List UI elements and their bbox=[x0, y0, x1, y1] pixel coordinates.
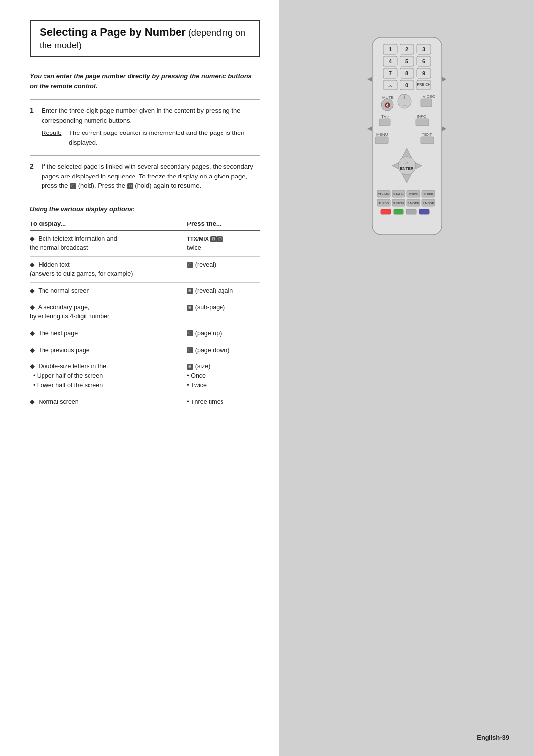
svg-marker-25 bbox=[367, 77, 372, 82]
step-1-result: Result: The current page counter is incr… bbox=[42, 128, 260, 147]
svg-text:🔇: 🔇 bbox=[384, 102, 391, 108]
table-cell-press: ⊟ (page up) bbox=[177, 325, 260, 342]
svg-text:+: + bbox=[402, 94, 406, 101]
diamond-icon: ◆ bbox=[30, 399, 35, 405]
svg-text:S.MODE: S.MODE bbox=[407, 202, 419, 205]
ttx-icon-2: ⊡ bbox=[217, 236, 223, 242]
svg-text:↩: ↩ bbox=[405, 161, 408, 165]
table-cell-display: ◆ Both teletext information andthe norma… bbox=[30, 230, 177, 257]
table-row: ◆ Normal screen • Three times bbox=[30, 394, 260, 410]
reveal-again-icon: ⊟ bbox=[187, 288, 193, 294]
right-panel: 1 2 3 4 5 6 7 8 9 -/ bbox=[279, 0, 534, 756]
table-cell-display: ◆ Normal screen bbox=[30, 394, 177, 410]
svg-rect-68 bbox=[381, 209, 391, 214]
reveal-icon: ⊟ bbox=[187, 262, 193, 268]
svg-text:PRE-CH: PRE-CH bbox=[417, 83, 430, 86]
col-header-display: To display... bbox=[30, 218, 177, 230]
svg-text:-/-: -/- bbox=[388, 84, 392, 88]
svg-rect-38 bbox=[379, 119, 390, 126]
svg-text:7: 7 bbox=[388, 70, 391, 76]
svg-rect-42 bbox=[375, 137, 388, 144]
pagedown-icon: ⊟ bbox=[187, 347, 193, 353]
svg-marker-28 bbox=[442, 126, 446, 131]
svg-rect-40 bbox=[416, 119, 429, 126]
step-2-number: 2 bbox=[30, 162, 42, 191]
table-row: ◆ The normal screen ⊟ (reveal) again bbox=[30, 282, 260, 299]
table-cell-display: ◆ Double-size letters in the: • Upper ha… bbox=[30, 358, 177, 394]
svg-marker-27 bbox=[367, 126, 372, 131]
display-options-title: Using the various display options: bbox=[30, 205, 260, 213]
svg-text:P.MODE: P.MODE bbox=[422, 202, 434, 205]
col-header-press: Press the... bbox=[177, 218, 260, 230]
svg-text:1: 1 bbox=[388, 46, 391, 52]
svg-text:9: 9 bbox=[422, 70, 425, 76]
svg-text:MENU: MENU bbox=[376, 133, 388, 137]
svg-rect-44 bbox=[421, 137, 434, 144]
table-cell-press: TTX/MIX ⊟⊡twice bbox=[177, 230, 260, 257]
table-cell-press: ⊟ (reveal) again bbox=[177, 282, 260, 299]
diamond-icon: ◆ bbox=[30, 261, 35, 268]
table-row: ◆ The previous page ⊟ (page down) bbox=[30, 342, 260, 358]
svg-text:6: 6 bbox=[422, 58, 425, 64]
svg-text:TURBO: TURBO bbox=[378, 202, 389, 205]
svg-rect-36 bbox=[421, 99, 432, 107]
table-cell-press: ⊟ (size) • Once • Twice bbox=[177, 358, 260, 394]
remote-svg: 1 2 3 4 5 6 7 8 9 -/ bbox=[357, 35, 456, 242]
diamond-icon: ◆ bbox=[30, 304, 35, 311]
table-cell-display: ◆ The next page bbox=[30, 325, 177, 342]
table-cell-press: ⊟ (page down) bbox=[177, 342, 260, 358]
size-icon: ⊟ bbox=[187, 364, 193, 370]
svg-text:TV○: TV○ bbox=[381, 114, 389, 119]
ttx-mix-label: TTX/MIX ⊟⊡ bbox=[187, 235, 222, 243]
table-row: ◆ Both teletext information andthe norma… bbox=[30, 230, 260, 257]
table-row: ◆ Hidden text(answers to quiz games, for… bbox=[30, 257, 260, 283]
table-row: ◆ A secondary page,by entering its 4-dig… bbox=[30, 299, 260, 325]
svg-text:S.MENU: S.MENU bbox=[393, 202, 404, 205]
main-content: Selecting a Page by Number (depending on… bbox=[0, 0, 279, 756]
svg-text:3: 3 bbox=[422, 46, 425, 52]
table-row: ◆ The next page ⊟ (page up) bbox=[30, 325, 260, 342]
page-footer: English-39 bbox=[477, 734, 509, 741]
svg-text:ENTER: ENTER bbox=[400, 166, 413, 171]
step-1-content: Enter the three-digit page number given … bbox=[42, 106, 260, 147]
hold-icon-1: ⊟ bbox=[70, 183, 76, 189]
svg-text:8: 8 bbox=[405, 70, 408, 76]
page-title: Selecting a Page by Number (depending on… bbox=[40, 26, 250, 51]
title-box: Selecting a Page by Number (depending on… bbox=[30, 20, 260, 57]
svg-text:4: 4 bbox=[388, 58, 392, 64]
svg-text:P.SIZE: P.SIZE bbox=[408, 193, 417, 196]
svg-marker-26 bbox=[442, 77, 446, 82]
display-options-section: Using the various display options: To di… bbox=[30, 199, 260, 411]
table-cell-display: ◆ The normal screen bbox=[30, 282, 177, 299]
hold-icon-2: ⊟ bbox=[127, 183, 134, 189]
svg-text:TTX/MIX: TTX/MIX bbox=[378, 193, 390, 196]
svg-text:5: 5 bbox=[405, 58, 408, 64]
step-1: 1 Enter the three-digit page number give… bbox=[30, 99, 260, 147]
svg-text:VIDEO: VIDEO bbox=[423, 94, 435, 99]
svg-rect-71 bbox=[419, 209, 429, 214]
table-row: ◆ Double-size letters in the: • Upper ha… bbox=[30, 358, 260, 394]
table-cell-press: • Three times bbox=[177, 394, 260, 410]
diamond-icon: ◆ bbox=[30, 287, 35, 294]
diamond-icon: ◆ bbox=[30, 235, 35, 242]
diamond-icon: ◆ bbox=[30, 363, 35, 370]
table-cell-press: ⊟ (reveal) bbox=[177, 257, 260, 283]
table-cell-display: ◆ A secondary page,by entering its 4-dig… bbox=[30, 299, 177, 325]
table-cell-display: ◆ The previous page bbox=[30, 342, 177, 358]
pageup-icon: ⊟ bbox=[187, 330, 193, 336]
svg-rect-70 bbox=[406, 209, 416, 214]
svg-rect-69 bbox=[394, 209, 403, 214]
svg-text:INFO: INFO bbox=[417, 114, 426, 119]
step-2: 2 If the selected page is linked with se… bbox=[30, 155, 260, 191]
step-1-number: 1 bbox=[30, 106, 42, 147]
svg-text:DUAL I-II: DUAL I-II bbox=[392, 193, 404, 196]
table-cell-display: ◆ Hidden text(answers to quiz games, for… bbox=[30, 257, 177, 283]
table-cell-press: ⊟ (sub-page) bbox=[177, 299, 260, 325]
svg-text:SLEEP: SLEEP bbox=[423, 193, 433, 196]
diamond-icon: ◆ bbox=[30, 347, 35, 354]
display-options-table: To display... Press the... ◆ Both telete… bbox=[30, 218, 260, 411]
ttx-icon-1: ⊟ bbox=[210, 236, 217, 242]
svg-point-49 bbox=[398, 157, 416, 175]
step-2-content: If the selected page is linked with seve… bbox=[42, 162, 260, 191]
intro-paragraph: You can enter the page number directly b… bbox=[30, 71, 260, 90]
